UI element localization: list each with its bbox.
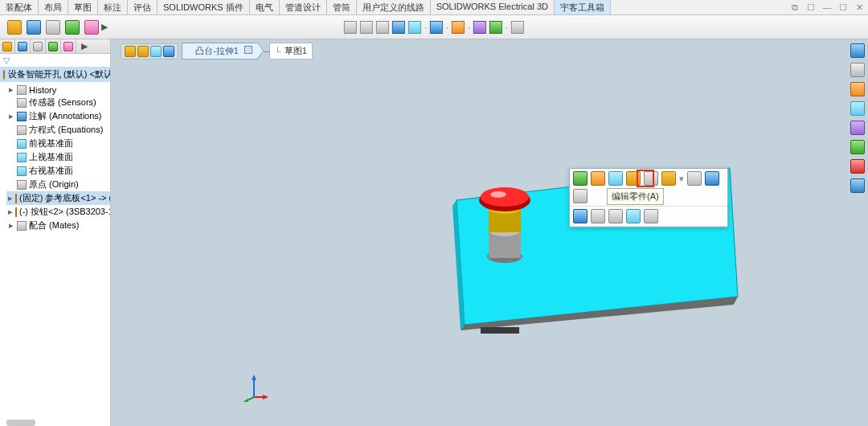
view-palette-icon[interactable] xyxy=(850,101,865,116)
tab-piping[interactable]: 管道设计 xyxy=(280,0,327,14)
hide-show-icon[interactable] xyxy=(452,21,465,34)
tab-assembly[interactable]: 装配体 xyxy=(0,0,39,14)
maximize-icon[interactable]: ☐ xyxy=(837,2,849,13)
tree-component-baseplate[interactable]: ▸(固定) 参考底板<1> -> (默 xyxy=(6,191,110,205)
ctx-config-icon[interactable] xyxy=(573,209,588,223)
svg-point-11 xyxy=(490,191,506,198)
sensors-icon xyxy=(17,98,27,108)
tab-sketch[interactable]: 草图 xyxy=(68,0,98,14)
fm-tree-tab[interactable] xyxy=(0,39,15,53)
selection-breadcrumb: 凸台-拉伸1 └ 草图1 xyxy=(121,43,313,59)
property-tab[interactable] xyxy=(15,39,31,53)
tree-top-plane[interactable]: 上视基准面 xyxy=(6,150,110,164)
tree-annotations[interactable]: ▸注解 (Annotations) xyxy=(6,109,110,123)
minimize-icon[interactable]: — xyxy=(821,2,833,13)
ctx-zoom-icon[interactable] xyxy=(608,209,623,223)
section-view-icon[interactable] xyxy=(392,21,405,34)
ctx-measure-icon[interactable] xyxy=(573,189,588,203)
bc-body-icon[interactable] xyxy=(150,46,162,57)
resources-tab-icon[interactable] xyxy=(850,43,865,58)
doc-restore-icon[interactable]: ⧉ xyxy=(789,2,800,13)
orientation-triad[interactable] xyxy=(240,375,268,402)
tree-sensors[interactable]: 传感器 (Sensors) xyxy=(6,96,110,109)
breadcrumb-feature[interactable]: 凸台-拉伸1 xyxy=(182,43,258,59)
model-illustration xyxy=(111,39,868,426)
config-tab[interactable] xyxy=(31,39,46,53)
ctx-open-part-icon[interactable] xyxy=(573,171,588,186)
zoom-area-icon[interactable] xyxy=(360,21,373,34)
svg-point-9 xyxy=(479,189,530,211)
origin-icon xyxy=(17,180,27,190)
appearance-pane-icon[interactable] xyxy=(850,121,865,135)
ctx-select-other-icon[interactable] xyxy=(644,209,658,223)
file-explorer-icon[interactable] xyxy=(850,82,865,96)
ctx-suppress-icon[interactable] xyxy=(591,209,605,223)
ctx-clip-icon[interactable] xyxy=(687,171,702,186)
bc-face-icon[interactable] xyxy=(163,46,174,57)
context-tooltip: 编辑零件(A) xyxy=(607,188,664,205)
expand-arrow-icon[interactable]: ▶ xyxy=(101,22,108,32)
ctx-component-icon[interactable] xyxy=(608,171,623,186)
tree-mates[interactable]: ▸配合 (Mates) xyxy=(6,219,110,232)
close-icon[interactable]: ✕ xyxy=(854,2,865,13)
feature-manager-panel: ▶ ▽ 设备智能开孔 (默认) <默认_显 ▸History 传感器 (Sens… xyxy=(0,39,111,426)
ctx-hide-icon[interactable] xyxy=(661,171,676,186)
ctx-recent-icon[interactable] xyxy=(591,171,605,186)
apply-scene-icon[interactable] xyxy=(489,21,502,34)
previous-view-icon[interactable] xyxy=(376,21,389,34)
bc-part-icon[interactable] xyxy=(137,46,149,57)
plane-icon xyxy=(17,153,27,162)
bc-assembly-icon[interactable] xyxy=(125,46,136,57)
appearances-icon[interactable] xyxy=(84,20,99,35)
task-pane-tabs xyxy=(850,43,865,193)
assembly-icon[interactable] xyxy=(7,20,22,35)
tab-addins[interactable]: SOLIDWORKS 插件 xyxy=(158,0,250,14)
tab-evaluate[interactable]: 评估 xyxy=(128,0,158,14)
zoom-fit-icon[interactable] xyxy=(344,21,357,34)
config-icon[interactable] xyxy=(46,20,60,35)
edit-appearance-icon[interactable] xyxy=(473,21,486,34)
doc-maximize-icon[interactable]: ☐ xyxy=(805,2,817,13)
display-states-icon[interactable] xyxy=(65,20,80,35)
tree-right-plane[interactable]: 右视基准面 xyxy=(6,164,110,178)
svg-rect-3 xyxy=(481,327,519,334)
svg-point-6 xyxy=(489,225,521,236)
ctx-line-icon[interactable] xyxy=(644,171,658,186)
panel-horizontal-scrollbar[interactable] xyxy=(6,420,35,426)
extra-pane-icon[interactable] xyxy=(850,178,865,193)
tab-user-routes[interactable]: 用户定义的线路 xyxy=(357,0,431,14)
ctx-edit-part-icon[interactable] xyxy=(626,171,641,186)
tab-electrical[interactable]: 电气 xyxy=(250,0,280,14)
feature-manager-icon[interactable] xyxy=(27,20,41,35)
custom-props-icon[interactable] xyxy=(850,140,865,154)
view-settings-icon[interactable] xyxy=(511,21,524,34)
design-library-icon[interactable] xyxy=(850,63,865,77)
tree-history[interactable]: ▸History xyxy=(6,84,110,96)
view-orientation-icon[interactable] xyxy=(408,21,421,34)
chevron-down-icon[interactable]: ▾ xyxy=(679,174,684,184)
tab-annotate[interactable]: 标注 xyxy=(98,0,128,14)
display-tab[interactable] xyxy=(61,39,76,53)
more-tab[interactable]: ▶ xyxy=(76,39,92,53)
forum-icon[interactable] xyxy=(850,159,865,174)
root-node[interactable]: 设备智能开孔 (默认) <默认_显 xyxy=(0,67,110,82)
tab-electrical-3d[interactable]: SOLIDWORKS Electrical 3D xyxy=(431,0,555,14)
graphics-viewport[interactable]: 凸台-拉伸1 └ 草图1 xyxy=(111,39,868,426)
display-style-icon[interactable] xyxy=(430,21,443,34)
dim-tab[interactable] xyxy=(46,39,61,53)
breadcrumb-sketch[interactable]: └ 草图1 xyxy=(269,43,313,59)
part-icon xyxy=(15,207,17,217)
ctx-normal-icon[interactable] xyxy=(626,209,641,223)
tree-origin[interactable]: 原点 (Origin) xyxy=(6,178,110,191)
svg-rect-5 xyxy=(489,231,521,258)
tree-front-plane[interactable]: 前视基准面 xyxy=(6,137,110,150)
filter-icon: ▽ xyxy=(3,55,10,66)
ctx-isolate-icon[interactable] xyxy=(705,171,719,186)
tree-equations[interactable]: 方程式 (Equations) xyxy=(6,123,110,137)
panel-tabs: ▶ xyxy=(0,39,110,54)
tab-tubing[interactable]: 管筒 xyxy=(327,0,357,14)
tree-component-button[interactable]: ▸(-) 按钮<2> (3SB3203-1H xyxy=(6,205,110,219)
tab-toolbox[interactable]: 宇客工具箱 xyxy=(555,0,611,14)
tree-filter[interactable]: ▽ xyxy=(0,54,110,67)
tab-layout[interactable]: 布局 xyxy=(39,0,68,14)
